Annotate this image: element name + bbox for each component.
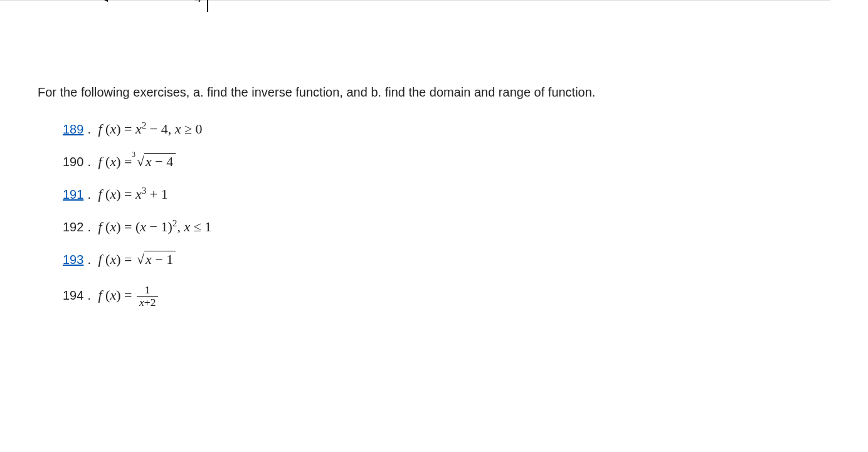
exercise-item: 190. f (x) = 3√x − 4 — [63, 154, 853, 170]
instructions-text: For the following exercises, a. find the… — [38, 82, 853, 102]
exercise-formula: f (x) = x3 + 1 — [98, 186, 167, 202]
exercise-number-link[interactable]: 191 — [63, 187, 83, 201]
exercise-formula: f (x) = (x − 1)2, x ≤ 1 — [98, 219, 211, 234]
exercise-number-link[interactable]: 193 — [63, 253, 83, 266]
arrow-left-icon — [100, 0, 108, 2]
axis-tick-label: 4 — [194, 0, 201, 6]
exercise-item: 193. f (x) = √x − 1 — [63, 251, 853, 268]
axis-fragment: 4 — [94, 1, 853, 32]
exercise-item: 194. f (x) = 1x+2 — [63, 284, 853, 309]
exercise-number: 192 — [63, 220, 83, 234]
axis-tick — [207, 0, 208, 12]
exercise-list: 189. f (x) = x2 − 4, x ≥ 0 190. f (x) = … — [63, 121, 853, 309]
exercise-item: 192. f (x) = (x − 1)2, x ≤ 1 — [63, 219, 853, 235]
exercise-number: 190 — [63, 155, 83, 169]
exercise-formula: f (x) = √x − 1 — [98, 251, 176, 267]
exercise-number: 194 — [63, 288, 83, 302]
exercise-formula: f (x) = 3√x − 4 — [98, 154, 176, 169]
exercise-item: 191. f (x) = x3 + 1 — [63, 186, 853, 202]
page-content: 4 For the following exercises, a. find t… — [0, 1, 868, 309]
exercise-formula: f (x) = x2 − 4, x ≥ 0 — [98, 121, 202, 137]
exercise-item: 189. f (x) = x2 − 4, x ≥ 0 — [63, 121, 853, 137]
exercise-formula: f (x) = 1x+2 — [98, 287, 159, 303]
exercise-number-link[interactable]: 189 — [63, 122, 83, 136]
